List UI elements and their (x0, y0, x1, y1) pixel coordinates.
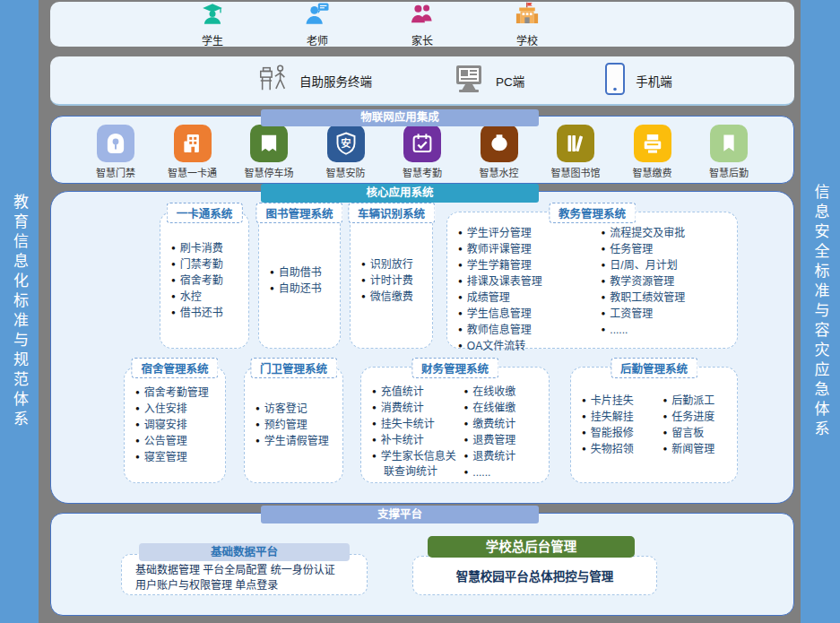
parents-icon (409, 1, 436, 31)
list-item: 识别放行 (361, 256, 432, 273)
list-item: 自助还书 (270, 281, 340, 297)
smart-campus-architecture-diagram: 教育信息化标准与规范体系 信息安全标准与容灾应急体系 学生 老师 家长 (0, 0, 840, 623)
list-item: 排课及课表管理 (458, 273, 594, 290)
iot-section-tab: 物联网应用集成 (261, 109, 539, 126)
list-item: 智能报修 (582, 425, 656, 441)
system-box-title: 宿舍管理系统 (131, 358, 218, 378)
system-box-academic: 教务管理系统 学生评分管理教师评课管理学生学籍管理排课及课表管理成绩管理学生信息… (446, 212, 738, 349)
onecard-icon (174, 125, 212, 162)
right-security-bar: 信息安全标准与容灾应急体系 (801, 0, 840, 623)
school-icon (514, 1, 541, 31)
list-item: 在线催缴 (464, 400, 550, 416)
list-item: 水控 (171, 289, 248, 305)
left-standards-bar: 教育信息化标准与规范体系 (0, 0, 39, 623)
iot-item-label: 智慧缴费 (633, 165, 672, 179)
list-item: 缴费统计 (464, 416, 550, 432)
list-item: 在线收缴 (464, 384, 550, 400)
base-data-platform-title: 基础数据平台 (139, 543, 350, 561)
support-panel: 基础数据平台 基础数据管理 平台全局配置 统一身份认证 用户账户与权限管理 单点… (50, 513, 794, 616)
system-box-items: 自助借书自助还书 (259, 212, 340, 348)
list-item: 成绩管理 (458, 290, 594, 306)
iot-item-door-access: 智慧门禁 (85, 125, 146, 183)
system-box-items: 访客登记预约管理学生请假管理 (245, 368, 342, 482)
iot-item-label: 智慧一卡通 (168, 165, 217, 179)
list-item: 门禁考勤 (171, 256, 248, 273)
list-item: 留言板 (663, 425, 738, 441)
iot-item-label: 智慧考勤 (403, 165, 442, 179)
payment-icon (634, 125, 671, 162)
kiosk-icon (256, 62, 290, 100)
core-panel: 一卡通系统 刷卡消费门禁考勤宿舍考勤水控借书还书 图书管理系统 自助借书自助还书… (50, 191, 794, 504)
terminal-item-kiosk: 自助服务终端 (256, 62, 372, 100)
list-item: 教学资源管理 (602, 273, 738, 290)
list-item: 教职工绩效管理 (602, 290, 738, 306)
system-box-onecard: 一卡通系统 刷卡消费门禁考勤宿舍考勤水控借书还书 (160, 212, 249, 349)
list-item: 学生信息管理 (458, 306, 594, 322)
iot-item-label: 智慧安防 (326, 165, 366, 179)
attendance-icon (403, 125, 441, 162)
list-item: 挂失卡统计 (372, 416, 457, 432)
terminal-item-pc: PC端 (451, 63, 524, 99)
iot-item-label: 智慧门禁 (96, 165, 135, 179)
pc-icon (451, 63, 487, 99)
user-item-parents: 家长 (394, 1, 450, 48)
list-item: 新闻管理 (663, 441, 738, 457)
phone-icon (603, 62, 627, 100)
system-box-title: 后勤管理系统 (611, 358, 697, 378)
user-item-teacher: 老师 (290, 1, 345, 48)
list-item: ...... (464, 464, 550, 480)
terminal-item-mobile: 手机端 (603, 62, 672, 100)
list-item: 学生学籍管理 (458, 257, 594, 273)
system-box-gatekeeper: 门卫管理系统 访客登记预约管理学生请假管理 (244, 367, 343, 483)
system-box-title: 一卡通系统 (167, 203, 243, 223)
list-item: 调寝安排 (135, 417, 225, 433)
base-data-platform-line2: 用户账户与权限管理 单点登录 (135, 578, 367, 593)
terminal-item-label: 手机端 (636, 72, 672, 90)
list-item: ...... (602, 322, 738, 338)
list-item: 自助借书 (270, 264, 340, 281)
student-icon (199, 1, 226, 31)
school-admin-content: 智慧校园平台总体把控与管理 (456, 567, 614, 584)
iot-item-logistics: 智慧后勤 (698, 125, 759, 183)
system-box-title: 图书管理系统 (255, 203, 342, 223)
list-item: 退费管理 (464, 432, 550, 448)
school-admin-title: 学校总后台管理 (428, 536, 635, 558)
list-item: 教师评课管理 (458, 241, 594, 257)
left-standards-label: 教育信息化标准与规范体系 (8, 194, 30, 430)
user-item-label: 学校 (516, 32, 538, 48)
user-item-label: 家长 (411, 32, 433, 48)
system-box-items: 卡片挂失挂失解挂智能报修失物招领 (582, 393, 656, 482)
system-box-title: 车辆识别系统 (348, 203, 435, 223)
terminals-panel: 自助服务终端 PC端 手机端 (50, 56, 794, 106)
library-icon (557, 125, 594, 162)
water-control-icon (481, 125, 518, 162)
list-item: 工资管理 (602, 306, 738, 322)
iot-item-label: 智慧停车场 (245, 165, 294, 179)
list-item: 任务管理 (602, 241, 738, 257)
list-item: 借书还书 (171, 305, 248, 321)
list-item: 宿舍考勤 (171, 273, 248, 289)
list-item: 流程提交及审批 (602, 225, 738, 241)
list-item: 卡片挂失 (582, 393, 656, 409)
list-item: 入住安排 (135, 401, 225, 417)
right-security-label: 信息安全标准与容灾应急体系 (810, 184, 832, 440)
list-item: 公告管理 (135, 433, 225, 449)
iot-item-parking: 智慧停车场 (238, 125, 299, 183)
iot-item-security: 安 智慧安防 (316, 125, 377, 183)
list-item: 学生请假管理 (255, 433, 342, 449)
list-item: 消费统计 (372, 400, 457, 416)
system-box-items: 在线收缴在线催缴缴费统计退费管理退费统计...... (464, 384, 550, 482)
system-box-items: 刷卡消费门禁考勤宿舍考勤水控借书还书 (160, 212, 248, 348)
system-box-library: 图书管理系统 自助借书自助还书 (258, 212, 341, 349)
list-item: 补卡统计 (372, 432, 457, 448)
system-box-title: 教务管理系统 (549, 203, 636, 223)
system-box-logistics: 后勤管理系统 卡片挂失挂失解挂智能报修失物招领 后勤派工任务进度留言板新闻管理 (570, 367, 738, 483)
list-item: 后勤派工 (663, 393, 738, 409)
list-item: 退费统计 (464, 448, 550, 464)
user-item-student: 学生 (185, 1, 240, 48)
system-box-items: 充值统计消费统计挂失卡统计补卡统计学生家长信息关联查询统计 (372, 384, 457, 482)
list-item: 寝室管理 (135, 449, 225, 465)
user-item-label: 学生 (202, 32, 223, 48)
terminal-item-label: 自助服务终端 (299, 72, 372, 90)
system-box-title: 门卫管理系统 (250, 358, 337, 378)
